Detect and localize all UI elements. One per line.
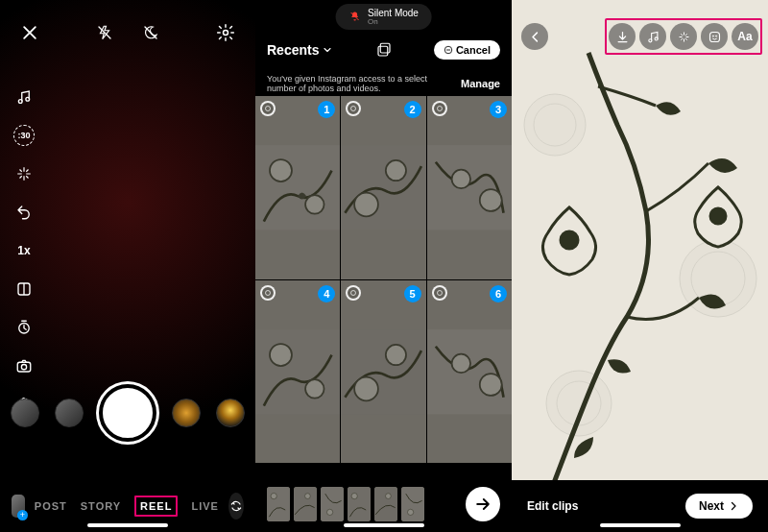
svg-point-24 <box>354 376 378 400</box>
bell-off-icon <box>348 11 360 24</box>
home-indicator <box>600 523 681 527</box>
editor-top-bar: Aa <box>521 23 758 50</box>
media-cell[interactable]: 6 <box>427 280 512 464</box>
svg-point-37 <box>386 494 392 499</box>
svg-point-26 <box>451 353 469 372</box>
next-button[interactable]: Next <box>685 494 753 519</box>
svg-rect-30 <box>294 487 317 521</box>
back-icon[interactable] <box>521 23 548 50</box>
selection-badge: 4 <box>318 285 335 302</box>
svg-rect-28 <box>267 487 290 521</box>
camera-icon[interactable] <box>13 355 35 376</box>
svg-point-18 <box>479 189 501 211</box>
svg-point-39 <box>407 509 413 515</box>
clip-thumb[interactable] <box>401 487 424 521</box>
svg-rect-36 <box>374 487 397 521</box>
mode-live[interactable]: LIVE <box>191 500 218 512</box>
clip-thumb[interactable] <box>267 487 290 521</box>
time-limit-icon[interactable]: :30 <box>13 125 35 146</box>
clip-thumb[interactable] <box>294 487 317 521</box>
edit-clips-button[interactable]: Edit clips <box>527 499 578 513</box>
mode-post[interactable]: POST <box>35 500 67 512</box>
undo-icon[interactable] <box>13 202 35 223</box>
manage-button[interactable]: Manage <box>461 78 500 89</box>
clip-thumb[interactable] <box>374 487 397 521</box>
download-icon[interactable] <box>609 23 636 50</box>
media-cell[interactable]: 3 <box>427 96 512 279</box>
svg-rect-34 <box>348 487 371 521</box>
svg-point-1 <box>18 100 22 104</box>
mode-story[interactable]: STORY <box>81 500 121 512</box>
clip-thumb[interactable] <box>348 487 371 521</box>
media-cell[interactable]: 4 <box>255 280 340 464</box>
gallery-thumbnail[interactable]: + <box>12 495 25 518</box>
media-cell[interactable]: 5 <box>341 280 425 464</box>
flash-off-icon[interactable] <box>92 20 117 45</box>
effect-thumb[interactable] <box>172 399 201 427</box>
svg-rect-32 <box>321 487 344 521</box>
selection-badge: 5 <box>404 285 421 302</box>
cancel-button[interactable]: Cancel <box>434 40 500 60</box>
effect-thumb[interactable] <box>216 399 245 427</box>
multi-select-icon[interactable] <box>375 41 393 59</box>
sticker-icon[interactable] <box>701 23 728 50</box>
selection-badge: 2 <box>404 101 421 118</box>
text-icon[interactable]: Aa <box>732 23 758 50</box>
plus-icon: + <box>17 510 28 520</box>
svg-point-33 <box>326 509 332 515</box>
music-icon[interactable] <box>639 23 666 50</box>
picker-header: Recents Cancel <box>255 40 512 60</box>
settings-icon[interactable] <box>213 20 238 45</box>
next-arrow-button[interactable] <box>466 487 500 521</box>
svg-point-15 <box>354 193 378 217</box>
selection-badge: 3 <box>490 101 507 118</box>
mode-reel[interactable]: REEL <box>140 500 172 512</box>
camera-screen: :30 1x + POST STORY REEL LIVE <box>0 0 255 532</box>
svg-rect-38 <box>401 487 424 521</box>
swap-camera-icon[interactable] <box>228 493 244 520</box>
mode-switcher[interactable]: POST STORY REEL LIVE <box>35 496 219 517</box>
home-indicator <box>87 523 168 527</box>
svg-point-27 <box>479 374 501 396</box>
close-icon[interactable] <box>17 20 42 45</box>
silent-mode-indicator: Silent Mode On <box>335 4 432 30</box>
timer-icon[interactable] <box>13 317 35 338</box>
speed-selector[interactable]: 1x <box>13 240 35 261</box>
layout-icon[interactable] <box>13 278 35 300</box>
svg-point-23 <box>386 344 406 364</box>
svg-point-11 <box>270 159 292 181</box>
svg-point-48 <box>710 208 726 224</box>
shutter-button[interactable] <box>99 384 156 442</box>
svg-point-50 <box>655 36 658 39</box>
silent-subtitle: On <box>368 17 419 26</box>
svg-point-31 <box>305 494 311 499</box>
sparkle-icon[interactable] <box>670 23 697 50</box>
svg-point-42 <box>534 104 576 146</box>
effect-thumb[interactable] <box>11 399 39 427</box>
svg-point-29 <box>271 493 276 498</box>
svg-rect-8 <box>378 46 388 56</box>
clip-thumb[interactable] <box>321 487 344 521</box>
svg-rect-16 <box>427 145 512 230</box>
svg-point-20 <box>270 344 292 366</box>
music-icon[interactable] <box>13 86 35 108</box>
svg-rect-10 <box>255 145 340 230</box>
svg-point-6 <box>21 365 26 370</box>
svg-point-49 <box>648 38 651 41</box>
night-off-icon[interactable] <box>138 20 163 45</box>
media-cell[interactable]: 2 <box>341 96 425 279</box>
home-indicator <box>344 523 424 527</box>
svg-point-12 <box>305 195 324 213</box>
select-ring-icon <box>432 285 447 301</box>
camera-top-bar <box>0 15 255 50</box>
sparkle-icon[interactable] <box>13 163 35 184</box>
shutter-row <box>0 384 255 442</box>
svg-rect-51 <box>709 32 719 41</box>
effect-thumb[interactable] <box>55 399 84 427</box>
selection-badge: 6 <box>490 285 507 302</box>
picker-screen: Silent Mode On Recents Cancel You've giv… <box>255 0 512 532</box>
album-dropdown[interactable]: Recents <box>267 42 333 58</box>
media-cell[interactable]: 1 <box>255 96 340 279</box>
editor-tools: Aa <box>609 23 758 50</box>
svg-point-2 <box>26 97 30 101</box>
